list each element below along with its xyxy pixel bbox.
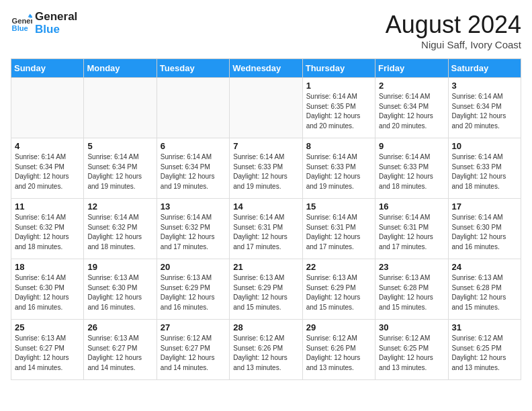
day-info: Sunrise: 6:13 AM Sunset: 6:28 PM Dayligh…	[452, 273, 517, 312]
day-number: 13	[161, 201, 226, 212]
day-cell: 15Sunrise: 6:14 AM Sunset: 6:31 PM Dayli…	[302, 199, 375, 259]
day-info: Sunrise: 6:14 AM Sunset: 6:33 PM Dayligh…	[379, 152, 444, 191]
day-cell: 6Sunrise: 6:14 AM Sunset: 6:34 PM Daylig…	[157, 138, 229, 199]
day-number: 16	[379, 201, 444, 212]
day-cell: 25Sunrise: 6:13 AM Sunset: 6:27 PM Dayli…	[11, 320, 84, 380]
col-header-friday: Friday	[375, 59, 448, 78]
col-header-tuesday: Tuesday	[157, 59, 229, 78]
day-number: 3	[452, 81, 517, 91]
day-number: 14	[233, 201, 298, 212]
day-number: 17	[452, 201, 517, 212]
day-cell: 8Sunrise: 6:14 AM Sunset: 6:33 PM Daylig…	[302, 138, 375, 199]
day-info: Sunrise: 6:12 AM Sunset: 6:25 PM Dayligh…	[452, 334, 517, 373]
header-row: SundayMondayTuesdayWednesdayThursdayFrid…	[11, 59, 521, 78]
day-info: Sunrise: 6:14 AM Sunset: 6:33 PM Dayligh…	[306, 152, 371, 191]
day-info: Sunrise: 6:13 AM Sunset: 6:29 PM Dayligh…	[161, 273, 226, 312]
page-header: General Blue General Blue August 2024 Ni…	[11, 11, 521, 50]
day-info: Sunrise: 6:14 AM Sunset: 6:30 PM Dayligh…	[15, 273, 80, 312]
col-header-sunday: Sunday	[11, 59, 84, 78]
day-number: 11	[15, 201, 80, 212]
day-cell: 29Sunrise: 6:12 AM Sunset: 6:26 PM Dayli…	[302, 320, 375, 380]
day-cell	[230, 78, 302, 138]
col-header-thursday: Thursday	[302, 59, 375, 78]
day-number: 12	[87, 201, 152, 212]
day-info: Sunrise: 6:14 AM Sunset: 6:34 PM Dayligh…	[15, 152, 80, 191]
day-cell: 18Sunrise: 6:14 AM Sunset: 6:30 PM Dayli…	[11, 259, 84, 320]
day-info: Sunrise: 6:14 AM Sunset: 6:30 PM Dayligh…	[452, 213, 517, 252]
day-cell: 10Sunrise: 6:14 AM Sunset: 6:33 PM Dayli…	[448, 138, 521, 199]
day-info: Sunrise: 6:13 AM Sunset: 6:29 PM Dayligh…	[233, 273, 298, 312]
day-info: Sunrise: 6:13 AM Sunset: 6:27 PM Dayligh…	[15, 334, 80, 373]
day-info: Sunrise: 6:14 AM Sunset: 6:35 PM Dayligh…	[306, 92, 371, 131]
day-info: Sunrise: 6:12 AM Sunset: 6:26 PM Dayligh…	[306, 334, 371, 373]
col-header-saturday: Saturday	[448, 59, 521, 78]
day-cell: 31Sunrise: 6:12 AM Sunset: 6:25 PM Dayli…	[448, 320, 521, 380]
day-number: 5	[87, 141, 152, 151]
day-number: 21	[233, 262, 298, 272]
day-number: 23	[379, 262, 444, 272]
day-info: Sunrise: 6:12 AM Sunset: 6:27 PM Dayligh…	[161, 334, 226, 373]
day-number: 1	[306, 81, 371, 91]
col-header-monday: Monday	[84, 59, 157, 78]
location: Nigui Saff, Ivory Coast	[386, 39, 521, 50]
day-cell: 28Sunrise: 6:12 AM Sunset: 6:26 PM Dayli…	[230, 320, 302, 380]
day-number: 20	[161, 262, 226, 272]
day-info: Sunrise: 6:14 AM Sunset: 6:32 PM Dayligh…	[161, 213, 226, 252]
day-cell: 1Sunrise: 6:14 AM Sunset: 6:35 PM Daylig…	[302, 78, 375, 138]
day-cell: 30Sunrise: 6:12 AM Sunset: 6:25 PM Dayli…	[375, 320, 448, 380]
day-number: 10	[452, 141, 517, 151]
day-cell: 3Sunrise: 6:14 AM Sunset: 6:34 PM Daylig…	[448, 78, 521, 138]
title-area: August 2024 Nigui Saff, Ivory Coast	[386, 11, 521, 50]
day-cell: 9Sunrise: 6:14 AM Sunset: 6:33 PM Daylig…	[375, 138, 448, 199]
day-number: 6	[161, 141, 226, 151]
week-row-3: 11Sunrise: 6:14 AM Sunset: 6:32 PM Dayli…	[11, 199, 521, 259]
logo-blue: Blue	[35, 24, 77, 36]
week-row-4: 18Sunrise: 6:14 AM Sunset: 6:30 PM Dayli…	[11, 259, 521, 320]
day-cell	[157, 78, 229, 138]
day-info: Sunrise: 6:14 AM Sunset: 6:31 PM Dayligh…	[306, 213, 371, 252]
day-cell: 19Sunrise: 6:13 AM Sunset: 6:30 PM Dayli…	[84, 259, 157, 320]
day-number: 7	[233, 141, 298, 151]
day-number: 8	[306, 141, 371, 151]
day-number: 2	[379, 81, 444, 91]
day-info: Sunrise: 6:14 AM Sunset: 6:34 PM Dayligh…	[379, 92, 444, 131]
day-number: 15	[306, 201, 371, 212]
day-cell: 11Sunrise: 6:14 AM Sunset: 6:32 PM Dayli…	[11, 199, 84, 259]
day-cell	[84, 78, 157, 138]
day-info: Sunrise: 6:12 AM Sunset: 6:26 PM Dayligh…	[233, 334, 298, 373]
day-info: Sunrise: 6:14 AM Sunset: 6:33 PM Dayligh…	[452, 152, 517, 191]
day-info: Sunrise: 6:13 AM Sunset: 6:28 PM Dayligh…	[379, 273, 444, 312]
day-info: Sunrise: 6:14 AM Sunset: 6:34 PM Dayligh…	[452, 92, 517, 131]
day-number: 4	[15, 141, 80, 151]
day-cell: 16Sunrise: 6:14 AM Sunset: 6:31 PM Dayli…	[375, 199, 448, 259]
day-number: 24	[452, 262, 517, 272]
day-cell	[11, 78, 84, 138]
day-cell: 13Sunrise: 6:14 AM Sunset: 6:32 PM Dayli…	[157, 199, 229, 259]
week-row-5: 25Sunrise: 6:13 AM Sunset: 6:27 PM Dayli…	[11, 320, 521, 380]
logo-general: General	[35, 11, 77, 24]
day-info: Sunrise: 6:13 AM Sunset: 6:30 PM Dayligh…	[87, 273, 152, 312]
col-header-wednesday: Wednesday	[230, 59, 302, 78]
day-cell: 4Sunrise: 6:14 AM Sunset: 6:34 PM Daylig…	[11, 138, 84, 199]
day-number: 31	[452, 322, 517, 332]
day-info: Sunrise: 6:12 AM Sunset: 6:25 PM Dayligh…	[379, 334, 444, 373]
day-number: 26	[87, 322, 152, 332]
day-cell: 27Sunrise: 6:12 AM Sunset: 6:27 PM Dayli…	[157, 320, 229, 380]
day-number: 30	[379, 322, 444, 332]
day-cell: 23Sunrise: 6:13 AM Sunset: 6:28 PM Dayli…	[375, 259, 448, 320]
day-cell: 2Sunrise: 6:14 AM Sunset: 6:34 PM Daylig…	[375, 78, 448, 138]
day-info: Sunrise: 6:14 AM Sunset: 6:31 PM Dayligh…	[379, 213, 444, 252]
day-info: Sunrise: 6:13 AM Sunset: 6:27 PM Dayligh…	[87, 334, 152, 373]
day-number: 9	[379, 141, 444, 151]
day-cell: 7Sunrise: 6:14 AM Sunset: 6:33 PM Daylig…	[230, 138, 302, 199]
logo-icon: General Blue	[11, 13, 32, 34]
week-row-1: 1Sunrise: 6:14 AM Sunset: 6:35 PM Daylig…	[11, 78, 521, 138]
day-number: 29	[306, 322, 371, 332]
logo: General Blue General Blue	[11, 11, 77, 36]
day-info: Sunrise: 6:14 AM Sunset: 6:32 PM Dayligh…	[15, 213, 80, 252]
day-cell: 17Sunrise: 6:14 AM Sunset: 6:30 PM Dayli…	[448, 199, 521, 259]
day-info: Sunrise: 6:14 AM Sunset: 6:34 PM Dayligh…	[161, 152, 226, 191]
day-number: 18	[15, 262, 80, 272]
day-info: Sunrise: 6:14 AM Sunset: 6:32 PM Dayligh…	[87, 213, 152, 252]
day-number: 27	[161, 322, 226, 332]
